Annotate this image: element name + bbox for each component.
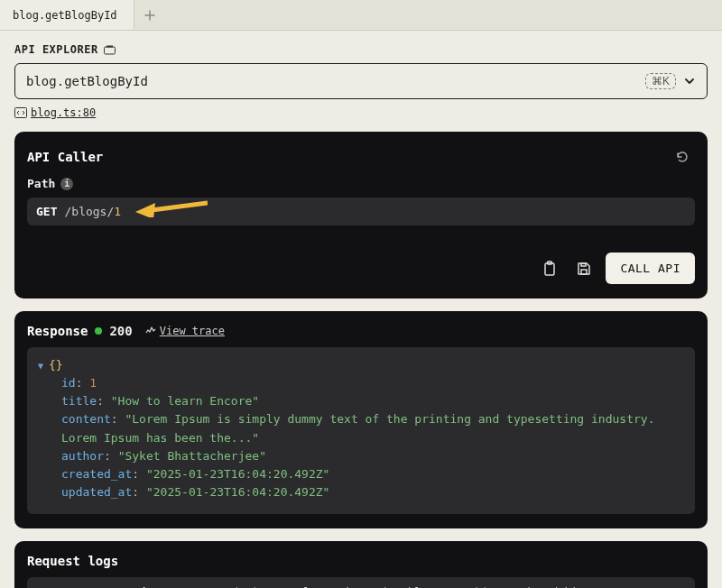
save-icon (577, 262, 591, 276)
request-logs-panel: Request logs 4:50PM INF starting request… (14, 541, 708, 588)
request-logs-title: Request logs (27, 554, 695, 568)
path-text: /blogs/ (64, 205, 114, 218)
api-caller-panel: API Caller Path i GET /blogs/1 (14, 132, 708, 299)
endpoint-value: blog.getBlogById (26, 74, 148, 88)
reset-button[interactable] (670, 144, 695, 170)
svg-rect-1 (106, 45, 113, 47)
svg-rect-3 (545, 263, 554, 275)
code-icon (14, 107, 27, 118)
response-json[interactable]: ▼{}id: 1title: "How to learn Encore"cont… (27, 347, 695, 514)
svg-rect-5 (581, 270, 587, 274)
path-id: 1 (114, 205, 121, 218)
tab-bar: blog.getBlogById (0, 0, 722, 31)
endpoint-selector[interactable]: blog.getBlogById ⌘K (14, 63, 708, 99)
panel-icon (104, 45, 116, 55)
response-panel: Response 200 View trace ▼{}id: 1title: "… (14, 311, 708, 528)
logs-body[interactable]: 4:50PM INF starting request endpoint=get… (27, 577, 695, 588)
trace-icon (145, 326, 156, 336)
tab-label: blog.getBlogById (13, 9, 117, 22)
svg-rect-0 (104, 47, 115, 54)
tab-add-button[interactable] (134, 10, 165, 21)
svg-rect-6 (581, 263, 586, 266)
clipboard-icon (542, 261, 557, 277)
save-button[interactable] (571, 256, 597, 281)
call-api-button[interactable]: CALL API (606, 253, 695, 284)
shortcut-badge: ⌘K (645, 73, 676, 89)
annotation-arrow-icon (135, 199, 208, 217)
file-link[interactable]: blog.ts:80 (31, 106, 96, 119)
response-title: Response (27, 324, 88, 338)
file-location: blog.ts:80 (14, 106, 708, 119)
plus-icon (144, 10, 155, 21)
api-caller-title: API Caller (27, 150, 103, 164)
chevron-down-icon[interactable] (683, 75, 696, 87)
undo-icon (675, 150, 690, 164)
tab-active[interactable]: blog.getBlogById (0, 0, 134, 30)
status-code: 200 (109, 324, 132, 338)
status-dot-icon (95, 327, 102, 335)
info-icon[interactable]: i (60, 178, 73, 190)
view-trace-link[interactable]: View trace (145, 325, 225, 337)
path-label: Path i (27, 177, 695, 190)
path-input[interactable]: GET /blogs/1 (27, 198, 695, 225)
copy-button[interactable] (537, 256, 562, 281)
http-method: GET (36, 205, 57, 218)
api-explorer-label: API EXPLORER (14, 43, 708, 56)
